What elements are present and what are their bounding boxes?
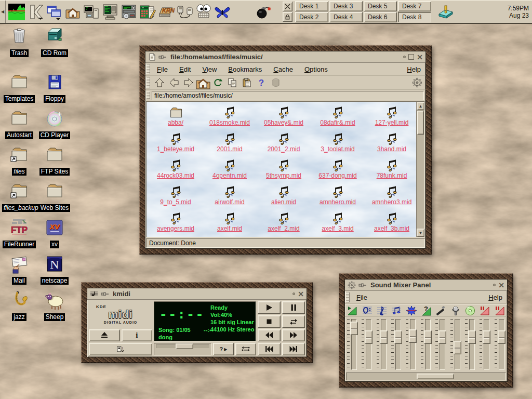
file-127-yell-mid[interactable]: 127-yell.mid (365, 105, 416, 126)
minimize-icon[interactable] (292, 292, 295, 295)
file-1-beteye-mid[interactable]: 1_beteye.mid (149, 132, 202, 153)
vertical-scrollbar[interactable]: ▲ ▼ (416, 102, 424, 237)
up-button[interactable] (153, 77, 166, 89)
sticky-pin-icon[interactable] (101, 291, 109, 297)
desktop-icon-mail[interactable]: Mail (2, 254, 36, 285)
window-list-button[interactable] (45, 2, 63, 22)
desktop-icon-web-sites[interactable]: Web Sites (37, 181, 72, 212)
gear-button[interactable] (411, 77, 423, 89)
desk-button-desk-2[interactable]: Desk 2 (295, 12, 328, 22)
scrollbar-thumb[interactable] (417, 111, 424, 135)
scroll-down-icon[interactable]: ▼ (417, 229, 424, 237)
scroll-up-icon[interactable]: ▲ (417, 102, 424, 110)
home-directory-button[interactable] (63, 2, 82, 22)
cd-channel-icon[interactable] (463, 305, 477, 316)
desk-button-desk-7[interactable]: Desk 7 (398, 1, 431, 11)
forward-button[interactable] (182, 77, 195, 89)
krn-newsreader-button[interactable]: KRN (157, 2, 176, 22)
menu-edit[interactable]: Edit (174, 65, 196, 73)
rewind-button[interactable] (258, 329, 281, 342)
file-airwolf-mid[interactable]: airwolf.mid (203, 185, 256, 206)
media-player-button[interactable] (119, 2, 138, 22)
panel-hide-arrow[interactable]: ◀ (0, 1, 6, 23)
close-icon[interactable]: ✕ (417, 54, 423, 61)
slider-handle[interactable] (483, 330, 490, 344)
help-plus-button[interactable]: ?▶ (213, 343, 234, 355)
menubar-grip[interactable] (345, 292, 350, 302)
desktop-icon-xv[interactable]: xvxvxv (37, 217, 72, 248)
help-button[interactable] (435, 4, 456, 20)
desktop-icon-floppy[interactable]: Floppy (37, 72, 72, 103)
volume-channel-icon[interactable] (345, 305, 360, 316)
stop-button[interactable] (270, 77, 282, 89)
previous-button[interactable] (258, 343, 281, 355)
sticky-pin-icon[interactable] (158, 54, 167, 60)
file-axelf-mid[interactable]: axelf.mid (203, 211, 256, 232)
minimize-icon[interactable] (493, 284, 496, 286)
filemanager-titlebar[interactable]: file:/home/amosf/files/music/ ✕ (145, 51, 425, 63)
file-2001-2-mid[interactable]: 2001_2.mid (257, 132, 310, 153)
desktop-icon-sheep[interactable]: Sheep (37, 290, 72, 321)
copy-button[interactable] (226, 77, 238, 89)
desk-button-desk-1[interactable]: Desk 1 (295, 1, 328, 11)
file-78funk-mid[interactable]: 78funk.mid (365, 158, 416, 179)
file-4opentn-mid[interactable]: 4opentn.mid (203, 158, 256, 179)
file-3hand-mid[interactable]: 3hand.mid (365, 132, 416, 153)
mute-b-channel-icon[interactable] (493, 305, 507, 316)
file-5thsymp-mid[interactable]: 5thsymp.mid (257, 158, 310, 179)
desk-button-desk-6[interactable]: Desk 6 (364, 12, 397, 22)
desktop-icon-files-backup[interactable]: files_backup (2, 181, 36, 212)
synth-channel-icon[interactable] (389, 305, 404, 316)
slider-handle[interactable] (409, 329, 417, 343)
slider-track[interactable] (366, 319, 371, 370)
slider-handle[interactable] (394, 330, 402, 344)
slider-handle[interactable] (176, 343, 193, 349)
system-load-button[interactable] (7, 2, 26, 22)
desktop-icon-templates[interactable]: Templates (2, 72, 36, 103)
file-axelf-3-mid[interactable]: axelf_3.mid (311, 211, 364, 232)
home-button[interactable] (197, 77, 209, 89)
desktop-icon-files[interactable]: files (2, 144, 36, 176)
desktop-icon-jazz[interactable]: jazz (2, 290, 36, 321)
terminal-button[interactable] (82, 2, 101, 22)
loop-button[interactable] (282, 315, 305, 328)
slider-track[interactable] (440, 319, 445, 370)
mute-a-channel-icon[interactable] (477, 305, 492, 316)
slider-handle[interactable] (365, 330, 373, 344)
treble-channel-icon[interactable] (375, 305, 389, 316)
help-button[interactable]: ? (255, 77, 268, 89)
slider-track[interactable] (381, 319, 387, 370)
info-button[interactable]: i (122, 329, 153, 342)
slider-handle[interactable] (350, 322, 358, 335)
slider-handle[interactable] (424, 330, 432, 344)
sticky-pin-icon[interactable] (358, 282, 367, 288)
menubar-grip[interactable] (146, 64, 150, 74)
panel-clock[interactable]: 7:59PM Aug 23 (508, 5, 529, 19)
line-channel-icon[interactable] (433, 305, 448, 316)
toolbar-grip[interactable] (146, 77, 150, 88)
menu-file[interactable]: File (351, 294, 373, 301)
kmidi-titlebar[interactable]: kmidi ✕ (87, 288, 307, 300)
menu-help[interactable]: Help (484, 294, 507, 301)
system-monitor-button[interactable] (101, 2, 119, 22)
slider-handle[interactable] (498, 330, 506, 344)
lock-screen-button[interactable] (283, 12, 292, 22)
file-avengers-mid[interactable]: avengers.mid (149, 211, 202, 232)
desk-button-desk-3[interactable]: Desk 3 (329, 1, 363, 11)
menu-view[interactable]: View (196, 65, 222, 73)
slider-track[interactable] (395, 319, 401, 370)
back-button[interactable] (168, 77, 180, 89)
scrollbar-track[interactable] (417, 110, 424, 229)
slider-track[interactable] (469, 319, 475, 370)
desk-button-desk-8[interactable]: Desk 8 (398, 12, 431, 22)
patch-button[interactable] (235, 343, 256, 355)
logout-bomb-button[interactable] (255, 2, 273, 22)
slider-track[interactable] (410, 319, 416, 370)
maximize-icon[interactable] (408, 54, 414, 60)
file-axelf-3b-mid[interactable]: axelf_3b.mid (365, 211, 416, 232)
menu-file[interactable]: File (151, 65, 174, 73)
file-3-toolat-mid[interactable]: 3_toolat.mid (311, 132, 364, 153)
organizer-button[interactable] (138, 2, 157, 22)
scrollbar-thumb[interactable] (417, 374, 454, 379)
close-icon[interactable]: ✕ (298, 290, 304, 298)
